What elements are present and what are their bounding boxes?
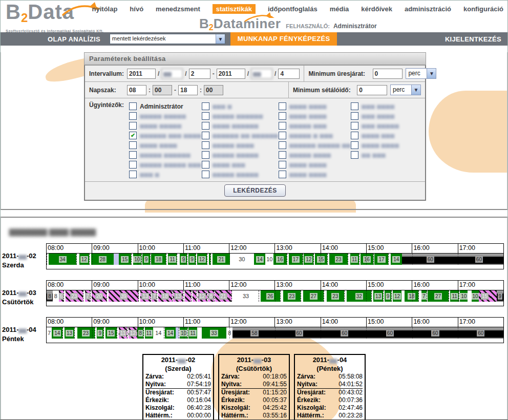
segment-value: 21 [217,256,225,263]
min-idle-input[interactable]: 0 [373,69,403,79]
checkbox-icon[interactable] [202,132,209,139]
agent-checkbox-item[interactable]: ▆▆▆▆ ▆▆▆▆ [279,160,351,170]
agent-checkbox-item[interactable]: ✔▆▆▆▆▆▆ ▆▆▆ ▆▆▆▆ [129,131,202,140]
agent-checkbox-item[interactable]: ▆▆▆▆ ▆▆▆▆▆▆ [202,121,279,131]
min-walk-input[interactable]: 0 [357,85,387,95]
checkbox-icon[interactable] [202,171,209,178]
agent-checkbox-item[interactable]: ▆▆▆▆ ▆▆▆▆ [279,101,351,111]
checkbox-icon[interactable] [129,102,137,110]
nav-item-adminisztracio[interactable]: adminisztráció [405,5,451,13]
checkbox-icon[interactable] [129,112,137,120]
chevron-down-icon[interactable]: ▼ [216,34,225,44]
agent-checkbox-item[interactable]: ▆▆▆▆ ▆▆▆▆ [129,140,202,150]
nav-item-kerdoivek[interactable]: kérdőívek [361,5,392,13]
checkbox-icon[interactable] [351,102,358,110]
daytime-end-minute-input[interactable]: 00 [204,85,223,95]
summary-row: Kiszolgál:06:40:28 [145,404,211,412]
checkbox-icon[interactable] [129,151,137,159]
checkbox-icon[interactable] [202,112,209,120]
agent-checkbox-item[interactable]: ▆▆▆▆▆▆ ▆▆ ▆▆▆▆▆▆ [202,131,279,140]
agent-checkbox-item[interactable]: Adminisztrátor [129,101,202,111]
agent-checkbox-item[interactable]: ▆▆▆▆▆ ▆▆▆ [279,121,351,131]
daytime-start-minute-input[interactable]: 00 [153,85,172,95]
saved-queries-select[interactable]: mentett lekérdezések ▼ [110,34,225,44]
agent-checkbox-item[interactable]: ▆▆▆▆ ▆▆▆▆ [279,111,351,121]
checkbox-icon[interactable] [202,102,209,110]
min-idle-unit-select[interactable]: perc ▼ [406,68,436,79]
agent-checkbox-item[interactable]: ▆▆▆▆▆ ▆▆▆▆▆▆ [202,111,279,121]
min-walk-unit-select[interactable]: perc ▼ [390,85,421,95]
interval-start-year-input[interactable]: 2011 [127,69,156,79]
checkbox-icon[interactable] [279,122,286,130]
nav-item-menedzsment[interactable]: menedzsment [156,5,200,13]
agent-checkbox-item[interactable]: ▆▆▆▆▆ ▆▆▆▆▆ [202,150,279,160]
nav-item-media[interactable]: média [330,5,349,13]
daytime-end-hour-input[interactable]: 18 [178,85,198,95]
agent-checkbox-item[interactable]: ▆▆▆▆ ▆▆▆▆ [351,140,421,150]
checkbox-icon[interactable] [279,151,286,159]
agent-checkbox-item[interactable]: ▆▆▆▆ ▆▆▆▆▆ [129,121,202,131]
checkbox-icon[interactable] [279,132,286,139]
agent-checkbox-item[interactable]: ▆▆▆▆▆ ▆▆▆▆ [202,140,279,150]
axis-hour-label: 08:00 [47,318,92,327]
agent-checkbox-item[interactable]: ▆▆▆ ▆▆▆▆▆ [351,121,421,131]
checkbox-icon[interactable] [351,141,358,149]
checkbox-icon[interactable] [279,141,286,149]
checkbox-icon[interactable] [351,112,358,120]
chevron-down-icon[interactable]: ▼ [427,69,436,78]
checkbox-icon[interactable] [351,151,358,159]
segment-value: 23 [335,256,343,263]
checkbox-icon[interactable] [279,102,286,110]
agent-checkbox-item[interactable]: ▆▆▆▆▆ ▆▆▆▆▆ ▆▆▆ [129,160,202,170]
agent-checkbox-item[interactable]: ▆▆▆▆▆ ▆ ▆▆▆ [279,131,351,140]
agent-checkbox-item[interactable]: ▆▆▆▆ ▆▆▆ [351,131,421,140]
logout-button[interactable]: KIJELENTKEZÉS [445,35,501,43]
checkbox-icon[interactable] [129,171,137,178]
checkbox-icon[interactable] [202,161,209,169]
interval-start-day-input[interactable]: 2 [189,69,210,79]
interval-start-month-input[interactable]: ▆▆ [161,69,183,79]
segment-value: 11 [189,330,196,337]
interval-end-month-input[interactable]: ▆▆ [251,69,272,79]
checkbox-icon[interactable] [279,112,286,120]
agent-checkbox-item[interactable]: ▆▆▆▆▆ ▆▆▆▆▆ [202,170,279,179]
checkbox-checked-icon[interactable]: ✔ [129,132,137,139]
summary-table-date: 2011-▆▆-02 [145,356,211,365]
checkbox-icon[interactable] [351,122,358,130]
agent-checkbox-item[interactable]: ▆▆▆▆▆ ▆▆▆▆▆ [129,111,202,121]
agent-checkbox-item[interactable]: ▆▆▆ ▆ [129,170,202,179]
nav-item-nyitolap[interactable]: nyitólap [92,5,118,13]
nav-item-konfiguracio[interactable]: konfiguráció [463,5,503,13]
checkbox-icon[interactable] [202,141,209,149]
timeline-segment-bg: 13 [173,290,183,302]
agent-checkbox-item[interactable]: ▆▆▆▆ ▆▆▆ [202,160,279,170]
axis-hour-label: 11:00 [183,244,229,253]
tab-munkanap-fenykepezes[interactable]: MUNKANAP FÉNYKÉPEZÉS [230,32,337,46]
query-button[interactable]: LEKÉRDEZÉS [224,184,286,197]
summary-row: Nyitva:09:41:55 [221,381,287,389]
agent-checkbox-item[interactable]: ▆▆▆ ▆ [202,101,279,111]
checkbox-icon[interactable] [129,141,137,149]
agent-checkbox-item[interactable]: ▆▆▆▆▆ ▆▆▆▆ [279,150,351,160]
agent-checkbox-item[interactable]: ▆▆▆▆▆▆ ▆▆▆▆▆ ▆▆ [279,140,351,150]
segment-value: 23 [70,293,78,300]
axis-hour-label: 16:00 [412,281,457,290]
checkbox-icon[interactable] [202,151,209,159]
interval-end-day-input[interactable]: 4 [278,69,300,79]
chevron-down-icon[interactable]: ▼ [411,85,420,95]
agent-checkbox-item[interactable]: ▆▆▆▆▆ ▆▆▆▆▆▆ [129,150,202,160]
checkbox-icon[interactable] [129,161,137,169]
checkbox-icon[interactable] [202,122,209,130]
daytime-start-hour-input[interactable]: 08 [127,85,146,95]
checkbox-icon[interactable] [279,161,286,169]
agent-checkbox-item[interactable]: ▆▆ ▆▆▆ [351,150,421,160]
nav-item-hivo[interactable]: hívó [130,5,143,13]
agent-checkbox-item[interactable]: ▆▆▆ ▆▆▆▆ [351,111,421,121]
checkbox-icon[interactable] [279,171,286,178]
checkbox-icon[interactable] [351,132,358,139]
segment-value: 30 [238,256,246,263]
interval-end-year-input[interactable]: 2011 [217,69,245,79]
agent-checkbox-item[interactable]: ▆▆▆ ▆▆▆▆ [351,101,421,111]
checkbox-icon[interactable] [129,122,137,130]
agent-checkbox-item[interactable]: ▆▆▆▆ ▆▆▆▆ [279,170,351,179]
